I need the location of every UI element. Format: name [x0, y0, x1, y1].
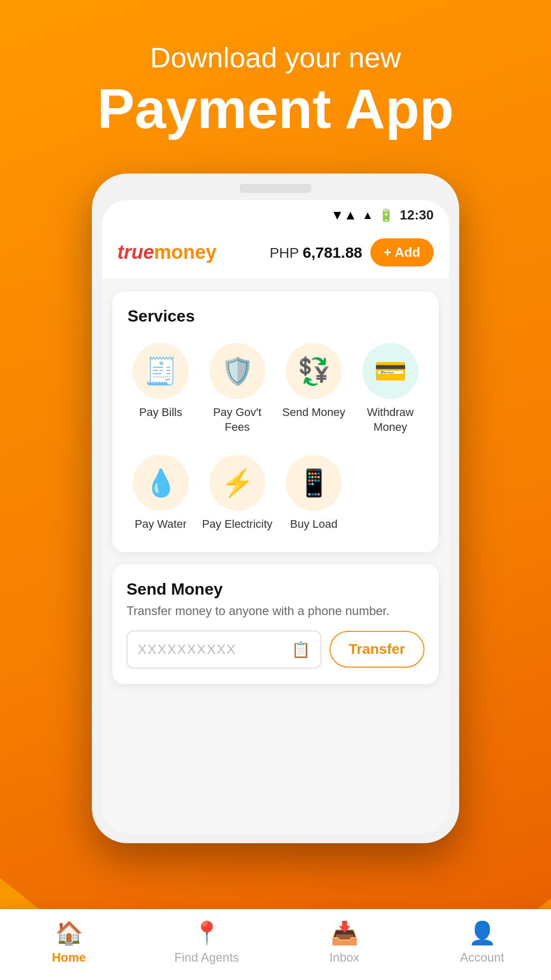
battery-icon: 🔋 [379, 208, 394, 223]
pay-bills-label: Pay Bills [139, 405, 182, 420]
send-money-section-title: Send Money [127, 580, 424, 599]
nav-account-label: Account [460, 950, 505, 965]
nav-account[interactable]: 👤 Account [413, 920, 551, 965]
nav-home-label: Home [52, 950, 86, 965]
phone-input-placeholder: XXXXXXXXXX [138, 642, 236, 657]
service-withdraw-money[interactable]: 💳 Withdraw Money [352, 338, 429, 439]
transfer-button[interactable]: Transfer [330, 631, 425, 668]
send-money-icon: 💱 [286, 343, 342, 399]
wifi-icon: ▼▲ [331, 207, 357, 223]
send-money-description: Transfer money to anyone with a phone nu… [127, 604, 424, 618]
phone-input-container[interactable]: XXXXXXXXXX 📋 [127, 630, 321, 669]
nav-inbox-label: Inbox [330, 950, 360, 965]
nav-find-agents[interactable]: 📍 Find Agents [138, 920, 276, 965]
bottom-navigation: 🏠 Home 📍 Find Agents 📥 Inbox 👤 Account [0, 909, 551, 980]
contact-book-icon: 📋 [291, 641, 310, 658]
send-money-label: Send Money [282, 405, 345, 420]
signal-icon: ▲ [362, 209, 373, 222]
home-icon: 🏠 [55, 920, 83, 946]
app-logo: true money [117, 241, 216, 263]
header-title: Payment App [31, 79, 520, 138]
buy-load-label: Buy Load [290, 517, 338, 532]
pay-water-icon: 💧 [133, 455, 189, 511]
phone-notch [240, 184, 311, 193]
withdraw-money-label: Withdraw Money [355, 405, 426, 434]
buy-load-icon: 📱 [286, 455, 342, 511]
phone-mockup: ▼▲ ▲ 🔋 12:30 true money PHP 6,781.88 [92, 174, 459, 843]
pay-govt-fees-label: Pay Gov't Fees [202, 405, 273, 434]
pay-water-label: Pay Water [135, 517, 187, 532]
nav-find-agents-label: Find Agents [174, 950, 239, 965]
find-agents-icon: 📍 [193, 920, 221, 946]
service-pay-govt-fees[interactable]: 🛡️ Pay Gov't Fees [199, 338, 276, 439]
inbox-icon: 📥 [331, 920, 359, 946]
send-money-card: Send Money Transfer money to anyone with… [112, 565, 439, 684]
balance-amount: 6,781.88 [303, 244, 362, 261]
services-row-1: 🧾 Pay Bills 🛡️ Pay Gov't Fees 💱 Send Mon… [122, 338, 429, 439]
logo-true: true [117, 241, 154, 263]
header-subtitle: Download your new [31, 41, 520, 74]
phone-screen: ▼▲ ▲ 🔋 12:30 true money PHP 6,781.88 [102, 200, 449, 833]
service-buy-load[interactable]: 📱 Buy Load [276, 450, 352, 537]
app-header: true money PHP 6,781.88 + Add [102, 230, 449, 279]
withdraw-money-icon: 💳 [362, 343, 418, 399]
balance-section: PHP 6,781.88 + Add [269, 238, 434, 266]
service-pay-water[interactable]: 💧 Pay Water [122, 450, 199, 537]
service-send-money[interactable]: 💱 Send Money [276, 338, 352, 439]
nav-home[interactable]: 🏠 Home [0, 920, 138, 965]
send-money-input-row: XXXXXXXXXX 📋 Transfer [127, 630, 424, 669]
status-bar: ▼▲ ▲ 🔋 12:30 [102, 200, 449, 230]
pay-electricity-icon: ⚡ [209, 455, 265, 511]
service-pay-electricity[interactable]: ⚡ Pay Electricity [199, 450, 276, 537]
status-time: 12:30 [400, 207, 434, 223]
balance-label: PHP 6,781.88 [269, 244, 362, 261]
add-balance-button[interactable]: + Add [370, 238, 434, 266]
services-card: Services 🧾 Pay Bills 🛡️ Pay Gov't Fees 💱… [112, 291, 439, 552]
logo-money: money [154, 241, 216, 263]
nav-inbox[interactable]: 📥 Inbox [276, 920, 413, 965]
services-title: Services [122, 307, 429, 326]
service-empty [352, 450, 429, 537]
services-row-2: 💧 Pay Water ⚡ Pay Electricity 📱 Buy Load [122, 450, 429, 537]
account-icon: 👤 [468, 920, 496, 946]
pay-electricity-label: Pay Electricity [202, 517, 272, 532]
pay-bills-icon: 🧾 [133, 343, 189, 399]
pay-govt-fees-icon: 🛡️ [209, 343, 265, 399]
service-pay-bills[interactable]: 🧾 Pay Bills [122, 338, 199, 439]
